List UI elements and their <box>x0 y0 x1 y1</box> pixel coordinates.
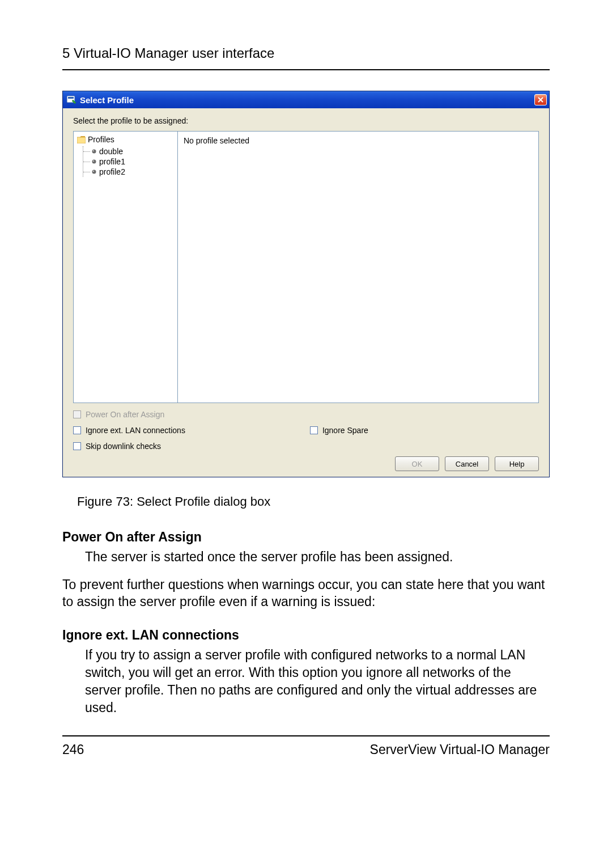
skip-downlink-checkbox[interactable] <box>73 442 81 450</box>
svg-point-7 <box>92 170 96 174</box>
intermediate-paragraph: To prevent further questions when warnin… <box>62 576 550 611</box>
skip-downlink-checkbox-label: Skip downlink checks <box>86 442 161 451</box>
cancel-button[interactable]: Cancel <box>445 456 489 471</box>
svg-point-6 <box>93 160 94 162</box>
help-button[interactable]: Help <box>495 456 539 471</box>
svg-point-5 <box>92 160 96 164</box>
figure-caption: Figure 73: Select Profile dialog box <box>77 494 550 509</box>
section-heading-power-on: Power On after Assign <box>62 528 550 546</box>
svg-point-3 <box>92 150 96 154</box>
node-icon <box>91 159 97 164</box>
tree-item[interactable]: profile2 <box>83 167 175 177</box>
node-icon <box>91 149 97 154</box>
ignore-lan-checkbox[interactable] <box>73 426 81 434</box>
checkbox-group: Power On after Assign Ignore ext. LAN co… <box>73 410 539 451</box>
tree-item-label: profile2 <box>99 167 125 176</box>
tree-item[interactable]: double <box>83 146 175 156</box>
ignore-spare-checkbox[interactable] <box>310 426 318 434</box>
svg-rect-2 <box>77 137 86 143</box>
header-rule <box>62 69 550 70</box>
page-header: 5 Virtual-IO Manager user interface <box>62 45 550 61</box>
power-on-checkbox-label: Power On after Assign <box>86 410 164 419</box>
tree-root-label: Profiles <box>88 135 114 144</box>
ok-button: OK <box>395 456 439 471</box>
node-icon <box>91 169 97 175</box>
tree-item-label: double <box>99 147 123 156</box>
dialog-body: Select the profile to be assigned: Profi… <box>63 108 549 477</box>
profile-tree[interactable]: Profiles double p <box>73 131 178 403</box>
footer-rule <box>62 735 550 736</box>
detail-text: No profile selected <box>184 136 249 145</box>
ignore-lan-checkbox-label: Ignore ext. LAN connections <box>86 426 185 435</box>
app-icon <box>66 95 76 105</box>
svg-rect-1 <box>68 97 74 99</box>
profile-detail-panel: No profile selected <box>178 131 539 403</box>
select-profile-dialog: Select Profile Select the profile to be … <box>62 91 550 477</box>
section-text-power-on: The server is started once the server pr… <box>85 548 550 566</box>
tree-item-label: profile1 <box>99 157 125 166</box>
section-heading-ignore-lan: Ignore ext. LAN connections <box>62 626 550 644</box>
product-name: ServerView Virtual-IO Manager <box>370 742 550 757</box>
section-text-ignore-lan: If you try to assign a server profile wi… <box>85 646 550 716</box>
dialog-title: Select Profile <box>80 95 534 105</box>
svg-point-4 <box>93 150 94 151</box>
dialog-titlebar: Select Profile <box>63 91 549 108</box>
svg-point-8 <box>93 171 94 172</box>
page-number: 246 <box>62 742 84 757</box>
power-on-checkbox <box>73 410 81 418</box>
close-button[interactable] <box>534 94 547 105</box>
folder-icon <box>77 136 86 143</box>
tree-item[interactable]: profile1 <box>83 156 175 167</box>
tree-root-node[interactable]: Profiles <box>76 135 175 144</box>
ignore-spare-checkbox-label: Ignore Spare <box>322 426 368 435</box>
dialog-instruction: Select the profile to be assigned: <box>73 116 539 125</box>
